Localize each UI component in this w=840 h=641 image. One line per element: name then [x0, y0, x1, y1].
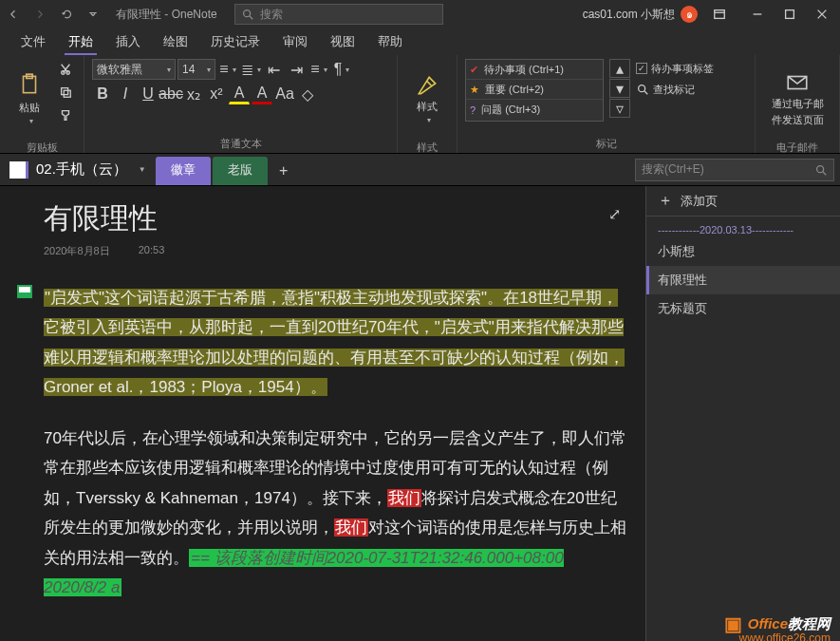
group-tags: ✔待办事项 (Ctrl+1) ★重要 (Ctrl+2) ?问题 (Ctrl+3)…	[457, 55, 756, 153]
group-styles-label: 样式	[405, 139, 449, 155]
add-page-button[interactable]: ＋添加页	[646, 186, 840, 217]
subscript-button[interactable]: x₂	[183, 84, 204, 104]
add-section-button[interactable]: +	[270, 157, 298, 185]
date-divider: ------------2020.03.13------------	[646, 217, 840, 237]
notebook-name: 02.手机（云）	[36, 160, 127, 179]
font-color-icon[interactable]: A	[252, 84, 272, 104]
page-search[interactable]: 搜索(Ctrl+E)	[635, 159, 834, 181]
notebook-icon	[9, 161, 28, 179]
svg-point-0	[243, 10, 250, 17]
format-painter-icon[interactable]	[55, 104, 76, 125]
tab-history[interactable]: 历史记录	[199, 28, 271, 55]
highlight-color-icon[interactable]: A	[229, 84, 250, 104]
page-date: 2020年8月8日	[44, 244, 110, 258]
font-size-select[interactable]: 14▾	[177, 59, 215, 80]
qat-more-icon[interactable]	[80, 0, 106, 28]
tag-scroll-up-icon[interactable]: ▴	[609, 59, 630, 78]
watermark: ▣ Office教程网 www.office26.com	[724, 613, 831, 635]
tab-insert[interactable]: 插入	[104, 28, 152, 55]
brand-logo-icon: ๑	[681, 6, 698, 23]
copy-icon[interactable]	[55, 82, 76, 103]
tag-question[interactable]: ?问题 (Ctrl+3)	[466, 100, 603, 120]
tag-scroll-down-icon[interactable]: ▾	[609, 79, 630, 98]
titlebar: 有限理性 - OneNote 搜索 cas01.com 小斯想 ๑	[0, 0, 840, 28]
strike-button[interactable]: abc	[160, 84, 181, 104]
group-font-label: 普通文本	[92, 135, 389, 151]
tab-review[interactable]: 审阅	[271, 28, 319, 55]
svg-point-9	[639, 85, 645, 92]
search-icon	[636, 83, 649, 96]
page-title[interactable]: 有限理性	[44, 199, 158, 238]
paragraph-spacing-icon[interactable]: ¶▾	[331, 59, 352, 80]
indent-icon[interactable]: ⇥	[286, 59, 307, 80]
search-icon	[814, 163, 828, 177]
page-time: 20:53	[139, 244, 165, 258]
fullscreen-icon[interactable]: ⤢	[603, 199, 626, 229]
window-title: 有限理性 - OneNote	[116, 7, 217, 23]
envelope-icon	[785, 70, 810, 95]
highlight-red: 我们	[334, 518, 368, 537]
tab-help[interactable]: 帮助	[366, 28, 414, 55]
email-page-button[interactable]: 通过电子邮件发送页面	[763, 59, 831, 139]
forward-icon	[27, 0, 53, 28]
back-icon[interactable]	[0, 0, 27, 28]
numbering-icon[interactable]: ≣▾	[240, 59, 261, 80]
find-tags-button[interactable]: 查找标记	[636, 80, 714, 99]
group-email-label: 电子邮件	[763, 139, 831, 155]
page-canvas[interactable]: 有限理性 ⤢ 2020年8月8日 20:53 "启发式"这个词语起源于古希腊，意…	[0, 186, 645, 641]
section-tab-active[interactable]: 徽章	[156, 157, 211, 185]
tab-draw[interactable]: 绘图	[152, 28, 199, 55]
undo-icon[interactable]	[53, 0, 80, 28]
group-email: 通过电子邮件发送页面 电子邮件	[756, 55, 840, 153]
group-styles: 样式▾ 样式	[398, 55, 457, 153]
paragraph-2[interactable]: 70年代以后，在心理学领域和决策制定研究中，它的另一层含义产生了，即人们常常在那…	[44, 424, 626, 603]
notebook-bar: 02.手机（云） ▼ 徽章 老版 + 搜索(Ctrl+E)	[0, 154, 840, 186]
bold-button[interactable]: B	[92, 84, 113, 104]
group-clipboard: 粘贴▾ 剪贴板	[0, 55, 84, 153]
close-button[interactable]	[806, 0, 838, 28]
styles-button[interactable]: 样式▾	[405, 59, 449, 139]
format-eraser-icon[interactable]: ◇	[297, 84, 318, 104]
ribbon: 粘贴▾ 剪贴板 微软雅黑▾ 14▾ ≡▾ ≣▾ ⇤ ⇥ ≡▾ ¶▾ B	[0, 55, 840, 154]
group-font: 微软雅黑▾ 14▾ ≡▾ ≣▾ ⇤ ⇥ ≡▾ ¶▾ B I U abc x₂ x…	[84, 55, 398, 153]
minimize-button[interactable]	[741, 0, 774, 28]
highlighted-text: "启发式"这个词语起源于古希腊，意指"积极主动地发现或探索"。在18世纪早期，它…	[44, 289, 625, 396]
main-area: 有限理性 ⤢ 2020年8月8日 20:53 "启发式"这个词语起源于古希腊，意…	[0, 186, 840, 641]
svg-rect-1	[715, 10, 725, 19]
note-tag-icon[interactable]	[17, 285, 32, 298]
group-clipboard-label: 剪贴板	[8, 139, 76, 155]
tab-home[interactable]: 开始	[57, 28, 104, 55]
page-list-sidebar: ＋添加页 ------------2020.03.13------------ …	[645, 186, 840, 641]
svg-rect-7	[62, 88, 68, 95]
svg-rect-2	[786, 10, 794, 19]
maximize-button[interactable]	[774, 0, 806, 28]
font-name-select[interactable]: 微软雅黑▾	[92, 59, 176, 80]
ribbon-tabs: 文件 开始 插入 绘图 历史记录 审阅 视图 帮助	[0, 28, 840, 55]
outdent-icon[interactable]: ⇤	[263, 59, 284, 80]
cut-icon[interactable]	[55, 59, 76, 80]
watermark-url: www.office26.com	[739, 632, 831, 641]
page-item-selected[interactable]: 有限理性	[646, 266, 840, 294]
tab-view[interactable]: 视图	[319, 28, 366, 55]
bullets-icon[interactable]: ≡▾	[217, 59, 238, 80]
italic-button[interactable]: I	[115, 84, 136, 104]
paragraph-1[interactable]: "启发式"这个词语起源于古希腊，意指"积极主动地发现或探索"。在18世纪早期，它…	[44, 283, 626, 403]
superscript-button[interactable]: x²	[206, 84, 227, 104]
tag-important[interactable]: ★重要 (Ctrl+2)	[466, 80, 603, 100]
align-icon[interactable]: ≡▾	[308, 59, 329, 80]
ribbon-display-icon[interactable]	[703, 0, 736, 28]
clear-formatting-icon[interactable]: Aa	[274, 84, 295, 104]
todo-tag-button[interactable]: ✓待办事项标签	[636, 59, 714, 78]
tag-gallery[interactable]: ✔待办事项 (Ctrl+1) ★重要 (Ctrl+2) ?问题 (Ctrl+3)	[465, 59, 604, 122]
underline-button[interactable]: U	[138, 84, 159, 104]
page-item[interactable]: 无标题页	[646, 294, 840, 323]
tab-file[interactable]: 文件	[9, 28, 57, 55]
section-tab-green[interactable]: 老版	[213, 157, 268, 185]
paste-button[interactable]: 粘贴▾	[8, 59, 51, 139]
tag-more-icon[interactable]: ▿	[609, 99, 630, 118]
page-item[interactable]: 小斯想	[646, 237, 840, 266]
tag-todo[interactable]: ✔待办事项 (Ctrl+1)	[466, 60, 603, 80]
notebook-selector[interactable]: 02.手机（云） ▼	[0, 160, 156, 179]
titlebar-search[interactable]: 搜索	[234, 4, 443, 25]
svg-point-11	[817, 165, 824, 172]
